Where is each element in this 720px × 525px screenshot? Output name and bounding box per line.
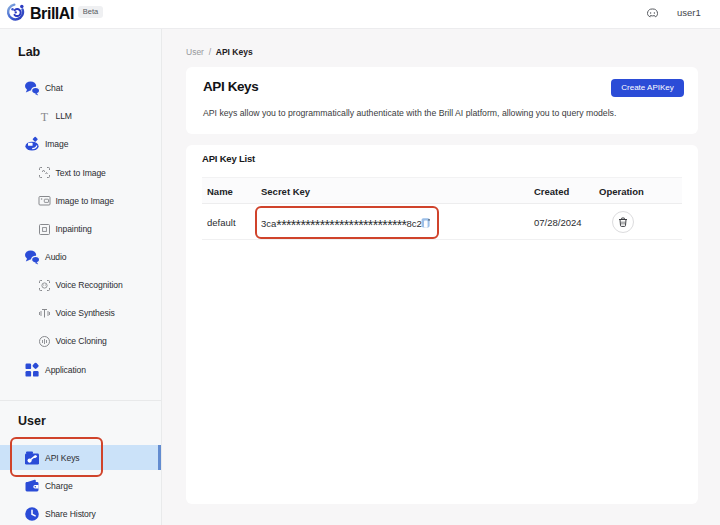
svg-text:T: T xyxy=(41,110,49,123)
